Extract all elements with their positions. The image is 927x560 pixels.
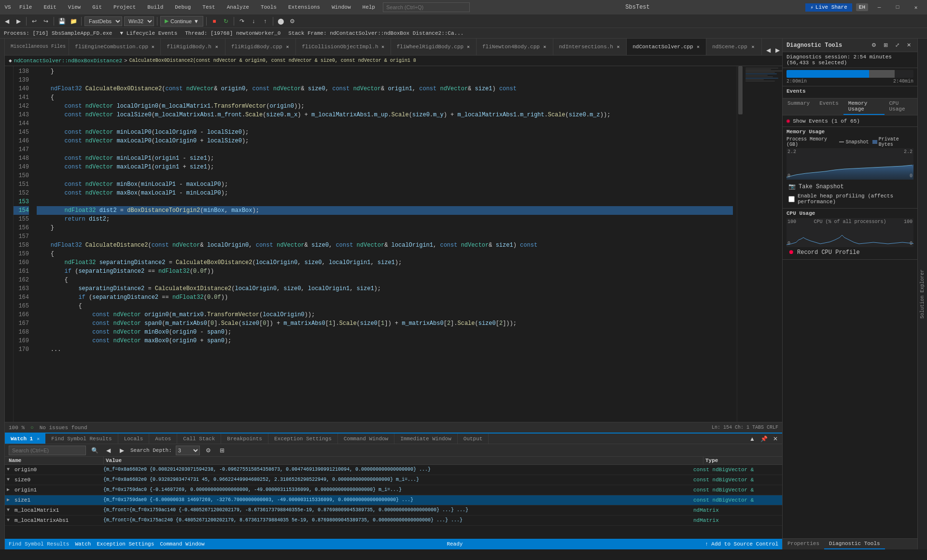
- close-tab-6[interactable]: ✕: [616, 43, 620, 51]
- undo-button[interactable]: ↩: [29, 16, 39, 26]
- solution-explorer-strip[interactable]: Solution Explorer: [917, 39, 927, 549]
- save-button[interactable]: 💾: [57, 16, 67, 26]
- tab-rigidbodycpp[interactable]: fliRigidBody.cpp✕: [225, 39, 296, 55]
- tab-immediate[interactable]: Immediate Window: [394, 434, 458, 444]
- close-tab-2[interactable]: ✕: [285, 43, 290, 51]
- tab-collision[interactable]: fliCollisionObjectImpl.h✕: [296, 39, 391, 55]
- watch-search-btn[interactable]: 🔍: [90, 446, 99, 455]
- live-share-button[interactable]: ⚡ Live Share: [805, 3, 852, 12]
- tab-output[interactable]: Output: [458, 434, 489, 444]
- tab-command[interactable]: Command Window: [338, 434, 394, 444]
- tab-exceptions[interactable]: Exception Settings: [268, 434, 338, 444]
- show-events-row[interactable]: ◉ Show Events (1 of 65): [787, 117, 913, 125]
- close-tab-3[interactable]: ✕: [381, 43, 385, 51]
- watch-row-mlocalmatrix1[interactable]: ▼m_localMatrix1 {m_front={m_f=0x1759ac14…: [5, 505, 782, 516]
- diag-split-btn[interactable]: ⊞: [881, 41, 890, 50]
- breadcrumb-symbol[interactable]: CalculateBox0Distance2(const ndVector & …: [129, 58, 416, 63]
- analyze-menu[interactable]: Analyze: [223, 3, 253, 11]
- diag-settings-btn[interactable]: ⚙: [869, 41, 879, 50]
- step-out-button[interactable]: ↑: [260, 16, 270, 26]
- diag-close-btn[interactable]: ✕: [904, 41, 913, 50]
- tab-misc-files[interactable]: Miscellaneous Files: [5, 39, 69, 55]
- tab-intersections[interactable]: ndIntersections.h✕: [553, 39, 627, 55]
- continue-button[interactable]: ▶ Continue ▼: [160, 16, 203, 27]
- platform-dropdown[interactable]: Win32: [124, 16, 154, 26]
- watch1-close[interactable]: ✕: [37, 436, 40, 442]
- user-avatar[interactable]: EH: [856, 3, 868, 11]
- watch-settings-btn[interactable]: ⚙: [204, 446, 213, 455]
- close-tab-5[interactable]: ✕: [543, 43, 547, 51]
- watch-row-size1[interactable]: ▶size1 {m_f=0x1759dae0 {-6.00000038 1469…: [5, 495, 782, 505]
- build-menu[interactable]: Build: [143, 3, 167, 11]
- back-button[interactable]: ◀: [2, 16, 12, 26]
- git-menu[interactable]: Git: [88, 3, 106, 11]
- close-tab-1[interactable]: ✕: [214, 43, 219, 51]
- tab-autos[interactable]: Autos: [149, 434, 177, 444]
- take-snapshot-btn[interactable]: 📷 Take Snapshot: [787, 182, 913, 192]
- breakpoint-button[interactable]: ⬤: [276, 16, 286, 26]
- enable-heap-checkbox[interactable]: Enable heap profiling (affects performan…: [787, 192, 913, 206]
- debug-menu[interactable]: Debug: [171, 3, 195, 11]
- panel-close[interactable]: ✕: [771, 434, 780, 444]
- maximize-button[interactable]: □: [890, 2, 905, 12]
- help-menu[interactable]: Help: [359, 3, 379, 11]
- search-depth-select[interactable]: 3: [176, 446, 200, 455]
- panel-arrow-up[interactable]: ▲: [747, 434, 757, 444]
- tab-breakpoints[interactable]: Breakpoints: [221, 434, 268, 444]
- tab-engine[interactable]: fliEngineCombustion.cpp✕: [69, 39, 161, 55]
- watch-row-origin0[interactable]: ▼origin0 {m_f=0x8a6682e0 {0.008201420307…: [5, 465, 782, 475]
- record-cpu-btn[interactable]: ⏺ Record CPU Profile: [787, 247, 913, 257]
- watch-table[interactable]: ▼origin0 {m_f=0x8a6682e0 {0.008201420307…: [5, 465, 782, 528]
- scroll-thumb[interactable]: [738, 66, 743, 114]
- project-menu[interactable]: Project: [110, 3, 140, 11]
- step-over-button[interactable]: ↷: [237, 16, 247, 26]
- diag-tab-cpu[interactable]: CPU Usage: [885, 98, 918, 115]
- tab-scroll-left[interactable]: ◀: [764, 45, 773, 55]
- tab-scroll-right[interactable]: ▶: [773, 45, 782, 55]
- vertical-scrollbar[interactable]: [737, 66, 744, 422]
- panel-pin[interactable]: 📌: [759, 434, 769, 444]
- stop-button[interactable]: ■: [210, 16, 219, 26]
- watch-row-size0[interactable]: ▼size0 {m_f=0x8a6682e0 {0.93282983474731…: [5, 475, 782, 485]
- file-menu[interactable]: File: [15, 3, 36, 11]
- step-into-button[interactable]: ↓: [249, 16, 258, 26]
- diag-bottom-diagtools[interactable]: Diagnostic Tools: [824, 539, 885, 549]
- timeline-bar[interactable]: [787, 70, 913, 78]
- minimize-button[interactable]: —: [872, 2, 886, 12]
- view-menu[interactable]: View: [64, 3, 84, 11]
- close-tab-4[interactable]: ✕: [466, 43, 470, 51]
- watch1-active-tab[interactable]: Watch 1 ✕: [5, 434, 45, 444]
- tab-ndscene[interactable]: ndScene.cpp✕: [706, 39, 762, 55]
- tab-newton4body[interactable]: fliNewton4Body.cpp✕: [477, 39, 553, 55]
- source-control-label[interactable]: ↑ Add to Source Control: [705, 541, 778, 547]
- extensions-menu[interactable]: Extensions: [284, 3, 324, 11]
- diag-bottom-properties[interactable]: Properties: [783, 539, 824, 549]
- test-menu[interactable]: Test: [198, 3, 219, 11]
- tab-call-stack[interactable]: Call Stack: [177, 434, 221, 444]
- edit-menu[interactable]: Edit: [40, 3, 60, 11]
- tab-contact-solver[interactable]: ndContactSolver.cpp✕: [627, 39, 706, 55]
- forward-button[interactable]: ▶: [14, 16, 23, 26]
- breadcrumb-file[interactable]: ndContactSolver::ndBoxBoxDistance2: [14, 58, 122, 64]
- window-menu[interactable]: Window: [328, 3, 355, 11]
- diag-tab-events[interactable]: Events: [815, 98, 843, 115]
- watch-expand-btn[interactable]: ⊞: [217, 446, 227, 455]
- diag-float-btn[interactable]: ⤢: [892, 41, 902, 50]
- watch-forward-btn[interactable]: ▶: [117, 446, 126, 455]
- search-input[interactable]: [383, 2, 470, 12]
- diag-tab-summary[interactable]: Summary: [783, 98, 815, 115]
- heap-checkbox-input[interactable]: [788, 196, 795, 202]
- tab-find-symbol[interactable]: Find Symbol Results: [45, 434, 118, 444]
- diag-tab-memory[interactable]: Memory Usage: [843, 98, 885, 115]
- code-content[interactable]: } ndFloat32 CalculateBox0Distance2(const…: [33, 66, 737, 422]
- watch-row-mlocalmatrix0[interactable]: ▼m_localMatrix0 {m_front={m_f=0x175ac1c0…: [5, 526, 782, 528]
- watch-row-origin1[interactable]: ▶origin1 {m_f=0x1759dac0 {-0.14697269, 0…: [5, 485, 782, 495]
- tab-wheelrigid[interactable]: fliWheelRigidBody.cpp✕: [391, 39, 477, 55]
- watch-search-input[interactable]: [9, 446, 86, 455]
- build-config-dropdown[interactable]: FastDebs: [84, 16, 122, 26]
- watch-row-mlocalmatrixabs1[interactable]: ▼m_localMatrixAbs1 {m_front={m_f=0x175ac…: [5, 516, 782, 526]
- settings-button[interactable]: ⚙: [288, 16, 297, 26]
- restart-button[interactable]: ↻: [221, 16, 231, 26]
- tab-locals[interactable]: Locals: [118, 434, 150, 444]
- close-tab-7[interactable]: ✕: [696, 43, 701, 51]
